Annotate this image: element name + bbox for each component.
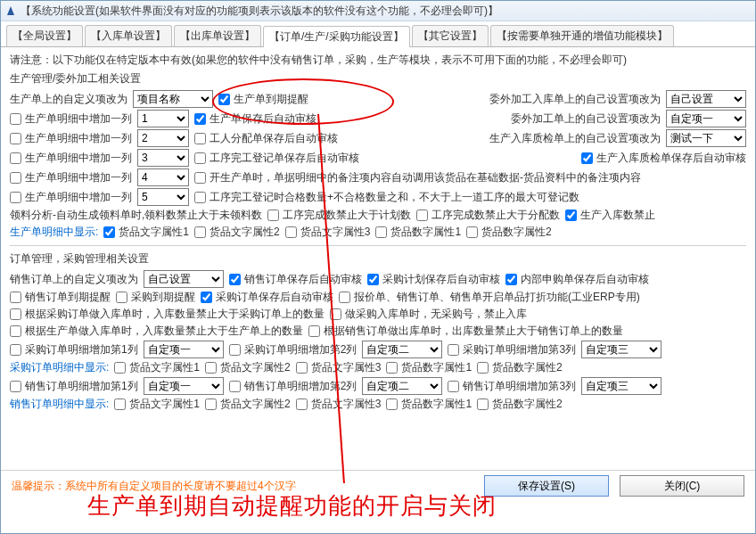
- tab-other[interactable]: 【其它设置】: [412, 25, 489, 46]
- worker-split-audit[interactable]: 工人分配单保存后自动审核: [194, 131, 338, 146]
- prod-num-attr1[interactable]: 货品数字属性1: [375, 225, 461, 240]
- purchase-addcol-2-select[interactable]: 自定项二: [362, 341, 442, 358]
- qc-save-audit[interactable]: 生产入库质检单保存后自动审核: [581, 151, 746, 166]
- prod-addcol-1[interactable]: 生产单明细中增加一列: [10, 111, 132, 127]
- sale-addcol-3[interactable]: 销售订单明细增加第3列: [448, 379, 576, 394]
- prod-text-attr2[interactable]: 货品文字属性2: [194, 225, 280, 240]
- proc-forbid-alloc[interactable]: 工序完成数禁止大于分配数: [416, 208, 560, 223]
- purchase-text-attr2[interactable]: 货品文字属性2: [205, 360, 291, 375]
- purchase-text-attr1[interactable]: 货品文字属性1: [114, 360, 200, 375]
- purchase-text-attr3[interactable]: 货品文字属性3: [296, 360, 382, 375]
- save-button[interactable]: 保存设置(S): [484, 475, 609, 497]
- prod-addcol-1-select[interactable]: 1: [137, 110, 189, 127]
- purchase-num-attr1[interactable]: 货品数字属性1: [386, 360, 472, 375]
- tab-order-prod-purchase[interactable]: 【订单/生产/采购功能设置】: [263, 26, 410, 47]
- prod-addcol-4-select[interactable]: 4: [137, 168, 189, 186]
- lingliao-label: 领料分析-自动生成领料单时,领料数禁止大于未领料数: [10, 208, 262, 223]
- in-by-sale[interactable]: 根据生产单做入库单时，入库数量禁止大于生产单上的数量: [10, 324, 303, 339]
- sale-addcol-2-select[interactable]: 自定项二: [362, 377, 442, 395]
- prod-remind-checkbox[interactable]: 生产单到期提醒: [218, 92, 308, 107]
- prod-show-label: 生产单明细中显示:: [10, 225, 98, 240]
- sale-num-attr2[interactable]: 货品数字属性2: [477, 397, 563, 412]
- sale-custom-label: 销售订单上的自定义项改为: [10, 272, 138, 287]
- prod-num-attr2[interactable]: 货品数字属性2: [466, 225, 552, 240]
- purchase-addcol-3[interactable]: 采购订单明细增加第3列: [448, 342, 576, 357]
- internal-apply-audit[interactable]: 内部申购单保存后自动审核: [505, 272, 649, 287]
- sale-custom-select[interactable]: 自己设置: [144, 270, 224, 288]
- purchase-save-audit[interactable]: 采购订单保存后自动审核: [201, 290, 333, 305]
- divider: [10, 245, 746, 246]
- quote-discount[interactable]: 报价单、销售订单、销售单开启单品打折功能(工业ERP专用): [339, 290, 640, 305]
- sale-text-attr3[interactable]: 货品文字属性3: [296, 397, 382, 412]
- tab-inbound[interactable]: 【入库单设置】: [85, 25, 172, 46]
- purchase-num-attr2[interactable]: 货品数字属性2: [477, 360, 563, 375]
- outsource-in-select[interactable]: 自己设置: [666, 90, 746, 108]
- proc-book-qty[interactable]: 工序完工登记时合格数量+不合格数量之和，不大于上一道工序的最大可登记数: [194, 190, 579, 205]
- sale-show-label: 销售订单明细中显示:: [10, 397, 109, 412]
- tab-addon[interactable]: 【按需要单独开通的增值功能模块】: [490, 25, 674, 46]
- prod-text-attr3[interactable]: 货品文字属性3: [285, 225, 371, 240]
- tab-strip: 【全局设置】 【入库单设置】 【出库单设置】 【订单/生产/采购功能设置】 【其…: [1, 21, 755, 47]
- purchase-plan-audit[interactable]: 采购计划保存后自动审核: [367, 272, 500, 287]
- tab-global[interactable]: 【全局设置】: [6, 25, 83, 46]
- prod-group-title: 生产管理/委外加工相关设置: [10, 71, 746, 86]
- out-by-sale[interactable]: 根据销售订单做出库单时，出库数量禁止大于销售订单上的数量: [308, 324, 623, 339]
- outsource-in-label: 委外加工入库单上的自己设置项改为: [489, 92, 661, 107]
- warm-tip: 温馨提示：系统中所有自定义项目的长度请不要超过4个汉字: [12, 479, 296, 494]
- qc-label: 生产入库质检单上的自己设置项改为: [489, 131, 661, 146]
- prod-addcol-4[interactable]: 生产单明细中增加一列: [10, 170, 132, 185]
- outsource-label: 委外加工单上的自己设置项改为: [511, 111, 661, 127]
- in-no-purchase[interactable]: 做采购入库单时，无采购号，禁止入库: [330, 307, 527, 322]
- prod-addcol-5[interactable]: 生产单明细中增加一列: [10, 190, 132, 205]
- sale-addcol-3-select[interactable]: 自定项三: [581, 377, 662, 395]
- outsource-select[interactable]: 自定项一: [666, 110, 746, 127]
- prod-save-audit[interactable]: 生产单保存后自动审核: [194, 111, 316, 127]
- notice-text: 请注意：以下功能仅在特定版本中有效(如果您的软件中没有销售订单，采购，生产等模块…: [10, 53, 746, 68]
- prod-text-attr1[interactable]: 货品文字属性1: [103, 225, 189, 240]
- sale-num-attr1[interactable]: 货品数字属性1: [386, 397, 472, 412]
- in-by-purchase[interactable]: 根据采购订单做入库单时，入库数量禁止大于采购订单上的数量: [10, 307, 325, 322]
- sale-addcol-2[interactable]: 销售订单明细增加第2列: [229, 379, 357, 394]
- sale-addcol-1[interactable]: 销售订单明细增加第1列: [10, 379, 138, 394]
- prod-custom-col-label: 生产单上的自定义项改为: [10, 92, 127, 107]
- sale-addcol-1-select[interactable]: 自定项一: [144, 377, 224, 395]
- purchase-show-label: 采购订单明细中显示:: [10, 360, 109, 375]
- prod-addcol-2-select[interactable]: 2: [137, 129, 189, 147]
- prod-custom-col-select[interactable]: 项目名称: [133, 90, 213, 108]
- titlebar: 【系统功能设置(如果软件界面没有对应的功能项则表示该版本的软件没有这个功能，不必…: [1, 1, 755, 21]
- sale-remind[interactable]: 销售订单到期提醒: [10, 290, 111, 305]
- tab-outbound[interactable]: 【出库单设置】: [174, 25, 261, 46]
- window-title: 【系统功能设置(如果软件界面没有对应的功能项则表示该版本的软件没有这个功能，不必…: [21, 4, 498, 19]
- order-group-title: 订单管理，采购管理相关设置: [10, 251, 746, 267]
- sale-text-attr2[interactable]: 货品文字属性2: [205, 397, 291, 412]
- prod-addcol-3[interactable]: 生产单明细中增加一列: [10, 151, 132, 166]
- purchase-remind[interactable]: 采购到期提醒: [116, 290, 195, 305]
- purchase-addcol-1-select[interactable]: 自定项一: [144, 341, 224, 358]
- open-prod-note[interactable]: 开生产单时，单据明细中的备注项内容自动调用该货品在基础数据-货品资料中的备注项内…: [194, 170, 641, 185]
- proc-complete-book-audit[interactable]: 工序完工登记单保存后自动审核: [194, 151, 359, 166]
- purchase-addcol-2[interactable]: 采购订单明细增加第2列: [229, 342, 357, 357]
- prod-addcol-5-select[interactable]: 5: [137, 188, 189, 206]
- prod-in-forbid[interactable]: 生产入库数禁止: [565, 208, 655, 223]
- prod-addcol-3-select[interactable]: 3: [137, 149, 189, 167]
- sale-save-audit[interactable]: 销售订单保存后自动审核: [229, 272, 362, 287]
- proc-forbid-plan[interactable]: 工序完成数禁止大于计划数: [267, 208, 411, 223]
- close-button[interactable]: 关闭(C): [620, 475, 744, 497]
- footer: 温馨提示：系统中所有自定义项目的长度请不要超过4个汉字 保存设置(S) 关闭(C…: [1, 470, 755, 501]
- prod-addcol-2[interactable]: 生产单明细中增加一列: [10, 131, 132, 146]
- purchase-addcol-3-select[interactable]: 自定项三: [581, 341, 662, 358]
- purchase-addcol-1[interactable]: 采购订单明细增加第1列: [10, 342, 138, 357]
- app-icon: [4, 4, 17, 17]
- sale-text-attr1[interactable]: 货品文字属性1: [114, 397, 200, 412]
- qc-select[interactable]: 测试一下: [666, 129, 746, 147]
